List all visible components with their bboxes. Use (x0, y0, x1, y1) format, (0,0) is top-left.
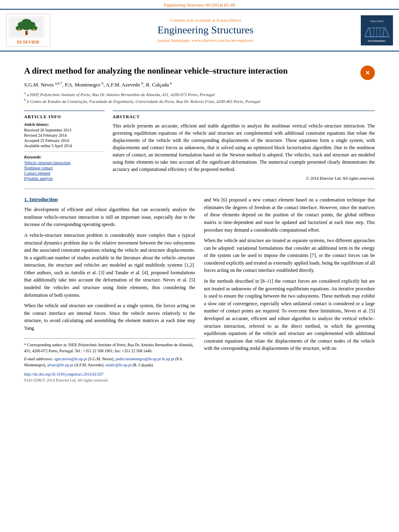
copyright-line: © 2014 Elsevier Ltd. All rights reserved… (113, 176, 375, 181)
right-para-1: and Wu [6] proposed a new contact elemen… (204, 196, 375, 234)
journal-center: Contents lists available at ScienceDirec… (54, 18, 357, 43)
body-columns: 1. Introduction The development of effic… (24, 196, 375, 383)
keyword-2[interactable]: Nonlinear contact (24, 166, 105, 170)
svg-rect-8 (19, 29, 20, 31)
engineering-structures-icon: ENGINEERING STRUCTURES (361, 17, 393, 43)
journal-homepage: journal homepage: www.elsevier.com/locat… (54, 38, 357, 43)
crossmark-icon[interactable]: ✕ (360, 66, 375, 80)
keywords-label: Keywords: (24, 155, 105, 159)
keyword-4[interactable]: Dynamic analysis (24, 176, 105, 181)
revised-date: Revised 24 February 2014 (24, 133, 105, 138)
corresponding-author-note: * Corresponding author at: ISEP, Polytec… (24, 342, 195, 354)
contents-line: Contents lists available at ScienceDirec… (54, 18, 357, 23)
article-info-abstract-row: ARTICLE INFO Article history: Received 2… (24, 111, 375, 181)
svg-text:✕: ✕ (365, 70, 370, 76)
keyword-1[interactable]: Vehicle–structure interaction (24, 160, 105, 165)
email-neves[interactable]: sgm.neves@fe.up.pt (54, 357, 87, 361)
article-info-heading: ARTICLE INFO (24, 114, 105, 119)
authors: S.G.M. Neves a,b,*, P.A. Montenegro b, A… (24, 81, 375, 88)
right-para-3: In the methods described in [8–11] the c… (204, 277, 375, 352)
email-montenegro2[interactable]: fe.up.pt (162, 357, 174, 361)
journal-title: Engineering Structures (54, 24, 357, 36)
eng-struct-logo: ENGINEERING STRUCTURES (361, 15, 393, 45)
footnotes: * Corresponding author at: ISEP, Polytec… (24, 338, 195, 383)
body-right-col: and Wu [6] proposed a new contact elemen… (204, 196, 375, 383)
abstract-heading: ABSTRACT (113, 114, 375, 119)
email-line: E-mail addresses: sgm.neves@fe.up.pt (S.… (24, 356, 195, 368)
doi-link[interactable]: http://dx.doi.org/10.1016/j.engstruct.20… (24, 372, 103, 376)
article-title: A direct method for analyzing the nonlin… (24, 66, 356, 76)
intro-para-3: When the vehicle and structure are consi… (24, 302, 195, 332)
email-montenegro[interactable]: pedro.montenegro@fe.up.pt (115, 357, 161, 361)
available-date: Available online 5 April 2014 (24, 144, 105, 148)
section1-heading: 1. Introduction (24, 196, 195, 203)
homepage-link[interactable]: www.elsevier.com/locate/engstruct (192, 38, 254, 43)
main-content: A direct method for analyzing the nonlin… (0, 51, 399, 391)
history-label: Article history: (24, 122, 105, 127)
received-date: Received 28 September 2013 (24, 128, 105, 132)
issn-line: 0141-0296/© 2014 Elsevier Ltd. All right… (24, 377, 195, 383)
intro-para-1: The development of efficient and robust … (24, 206, 195, 228)
article-info-panel: ARTICLE INFO Article history: Received 2… (24, 111, 105, 181)
keyword-3[interactable]: Contact element (24, 171, 105, 175)
email-azevedo[interactable]: alvaro@fe.up.pt (47, 363, 73, 367)
right-para-2: When the vehicle and structure are treat… (204, 237, 375, 274)
affiliations: a a ISEP, Polytechnic Institute of Porto… (24, 91, 375, 105)
elsevier-label: ELSEVIER (8, 39, 48, 44)
body-left-col: 1. Introduction The development of effic… (24, 196, 195, 383)
intro-para-2: A vehicle-structure interaction problem … (24, 232, 195, 299)
sciencedirect-link[interactable]: ScienceDirect (216, 18, 241, 23)
svg-rect-9 (33, 29, 35, 31)
svg-text:STRUCTURES: STRUCTURES (370, 20, 384, 23)
svg-point-5 (22, 24, 31, 30)
citation-bar: Engineering Structures 69 (2014) 83–89 (0, 0, 399, 9)
elsevier-tree-icon (10, 18, 43, 36)
svg-text:ENGINEERING: ENGINEERING (368, 40, 386, 42)
abstract-panel: ABSTRACT This article presents an accura… (113, 111, 375, 181)
divider (24, 151, 105, 152)
citation-text: Engineering Structures 69 (2014) 83–89 (164, 2, 235, 7)
abstract-text: This article presents an accurate, effic… (113, 122, 375, 173)
svg-rect-7 (25, 31, 28, 35)
section-divider (24, 189, 375, 189)
email-calcada[interactable]: ruiabc@fe.up.pt (105, 363, 132, 367)
elsevier-logo: ELSEVIER (6, 14, 50, 47)
journal-header: ELSEVIER Contents lists available at Sci… (0, 9, 399, 51)
accepted-date: Accepted 25 February 2014 (24, 138, 105, 143)
